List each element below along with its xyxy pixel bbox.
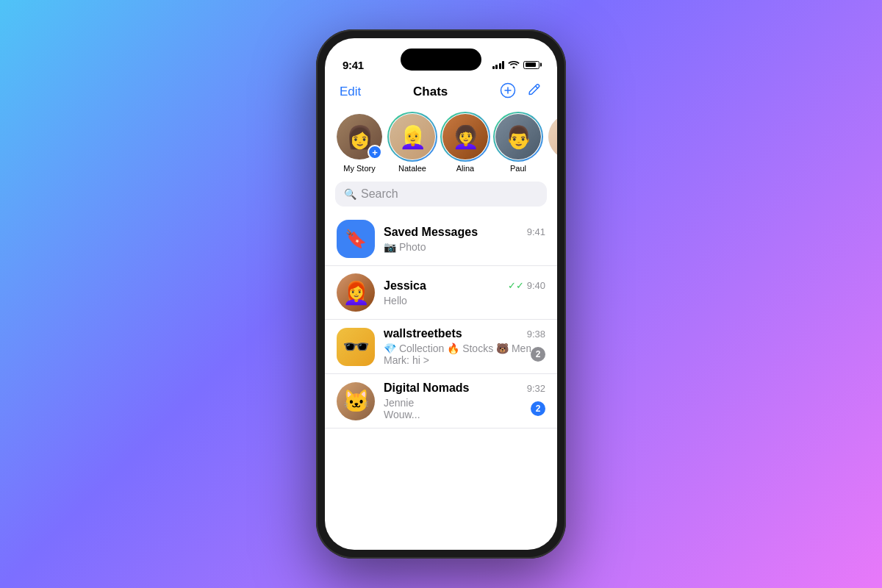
- wallstreetbets-content: wallstreetbets 9:38 💎 Collection 🔥 Stock…: [384, 327, 545, 366]
- new-group-button[interactable]: [500, 82, 516, 101]
- alina-avatar: 👩‍🦱: [442, 114, 488, 159]
- wallstreetbets-preview-block: 💎 Collection 🔥 Stocks 🐻 Memes... Mark: h…: [384, 343, 531, 366]
- wifi-icon: [508, 60, 520, 71]
- compose-button[interactable]: [526, 82, 542, 101]
- story-item-alina[interactable]: 👩‍🦱 Alina: [442, 114, 488, 173]
- battery-icon: [523, 61, 539, 69]
- chat-item-jessica[interactable]: 👩‍🦰 Jessica ✓✓ 9:40 Hello: [325, 266, 557, 320]
- digital-nomads-unread-badge: 2: [531, 401, 545, 416]
- dynamic-island: [401, 49, 481, 71]
- wallstreetbets-avatar: 🕶️: [337, 328, 375, 366]
- natalee-avatar: 👱‍♀️: [390, 114, 435, 159]
- phone-wrapper: 9:41: [316, 29, 566, 559]
- story-item-my-story[interactable]: 👩 + My Story: [337, 114, 382, 173]
- edit-button[interactable]: Edit: [340, 85, 361, 99]
- saved-messages-content: Saved Messages 9:41 📷 Photo: [384, 226, 545, 253]
- chat-item-saved-messages[interactable]: 🔖 Saved Messages 9:41 📷 Photo: [325, 212, 557, 266]
- digital-nomads-avatar: 🐱: [337, 382, 375, 420]
- digital-nomads-content: Digital Nomads 9:32 Jennie Wouw... 2: [384, 381, 545, 420]
- jessica-time: ✓✓ 9:40: [508, 280, 545, 291]
- wallstreetbets-bottom-row: 💎 Collection 🔥 Stocks 🐻 Memes... Mark: h…: [384, 343, 545, 366]
- nav-action-icons: [500, 82, 542, 101]
- signal-bar-2: [495, 65, 498, 69]
- wallstreetbets-right: 9:38: [527, 329, 545, 340]
- jessica-name: Jessica: [384, 279, 426, 293]
- chat-list: 🔖 Saved Messages 9:41 📷 Photo 👩‍🦰: [325, 212, 557, 429]
- search-bar[interactable]: 🔍 Search: [335, 182, 547, 207]
- signal-bar-3: [499, 63, 501, 69]
- status-icons: [492, 60, 540, 71]
- nav-bar: Edit Chats: [325, 79, 557, 108]
- double-check-icon: ✓✓: [508, 280, 524, 291]
- signal-bars-icon: [492, 60, 505, 69]
- add-story-button[interactable]: +: [368, 145, 382, 159]
- battery-fill: [526, 62, 536, 67]
- saved-messages-preview: 📷 Photo: [384, 241, 545, 253]
- signal-bar-1: [492, 66, 495, 69]
- alina-avatar-wrap: 👩‍🦱: [442, 114, 488, 159]
- digital-nomads-top-row: Digital Nomads 9:32: [384, 381, 545, 395]
- search-icon: 🔍: [344, 188, 356, 200]
- natalee-face: 👱‍♀️: [390, 114, 435, 159]
- wallstreetbets-unread-badge: 2: [531, 347, 545, 362]
- paul-avatar-wrap: 👨: [495, 114, 541, 159]
- chat-item-wallstreetbets[interactable]: 🕶️ wallstreetbets 9:38 💎 Collection 🔥 St…: [325, 320, 557, 374]
- emma-avatar: 👩: [548, 114, 557, 159]
- status-time: 9:41: [343, 59, 364, 71]
- page-title: Chats: [413, 85, 448, 99]
- jessica-content: Jessica ✓✓ 9:40 Hello: [384, 279, 545, 306]
- bookmark-icon: 🔖: [345, 229, 367, 249]
- wallstreetbets-preview-top: 💎 Collection 🔥 Stocks 🐻 Memes...: [384, 343, 531, 354]
- story-label-paul: Paul: [510, 164, 526, 173]
- saved-messages-top-row: Saved Messages 9:41: [384, 226, 545, 239]
- stories-row: 👩 + My Story 👱‍♀️ Natalee: [325, 108, 557, 182]
- jessica-preview: Hello: [384, 295, 545, 306]
- paul-avatar: 👨: [495, 114, 541, 159]
- digital-nomads-bottom-row: Jennie Wouw... 2: [384, 397, 545, 420]
- story-label-natalee: Natalee: [398, 164, 426, 173]
- jessica-time-value: 9:40: [527, 280, 545, 291]
- saved-messages-avatar: 🔖: [337, 220, 375, 258]
- chat-item-digital-nomads[interactable]: 🐱 Digital Nomads 9:32 Jennie Wouw... 2: [325, 374, 557, 429]
- story-item-natalee[interactable]: 👱‍♀️ Natalee: [390, 114, 435, 173]
- saved-messages-name: Saved Messages: [384, 226, 478, 239]
- saved-messages-time: 9:41: [527, 226, 545, 237]
- story-label-alina: Alina: [456, 164, 474, 173]
- paul-face: 👨: [495, 114, 541, 159]
- jessica-avatar: 👩‍🦰: [337, 273, 375, 312]
- phone-screen: 9:41: [325, 38, 557, 550]
- signal-bar-4: [502, 61, 504, 69]
- jessica-top-row: Jessica ✓✓ 9:40: [384, 279, 545, 293]
- digital-nomads-preview-sub: Wouw...: [384, 409, 531, 420]
- search-placeholder: Search: [361, 187, 398, 201]
- story-label-my-story: My Story: [343, 164, 375, 173]
- wallstreetbets-name: wallstreetbets: [384, 327, 462, 340]
- digital-nomads-preview-top: Jennie: [384, 397, 531, 409]
- wallstreetbets-preview-sub: Mark: hi >: [384, 354, 531, 366]
- story-item-emma[interactable]: 👩 Emma: [548, 114, 557, 173]
- digital-nomads-time: 9:32: [527, 383, 545, 394]
- emma-avatar-wrap: 👩: [548, 114, 557, 159]
- emma-face: 👩: [548, 114, 557, 159]
- wallstreetbets-time: 9:38: [527, 329, 545, 340]
- wallstreetbets-top-row: wallstreetbets 9:38: [384, 327, 545, 340]
- my-story-avatar-wrap: 👩 +: [337, 114, 382, 159]
- digital-nomads-preview-block: Jennie Wouw...: [384, 397, 531, 420]
- natalee-avatar-wrap: 👱‍♀️: [390, 114, 435, 159]
- digital-nomads-name: Digital Nomads: [384, 381, 469, 395]
- alina-face: 👩‍🦱: [442, 114, 488, 159]
- story-item-paul[interactable]: 👨 Paul: [495, 114, 541, 173]
